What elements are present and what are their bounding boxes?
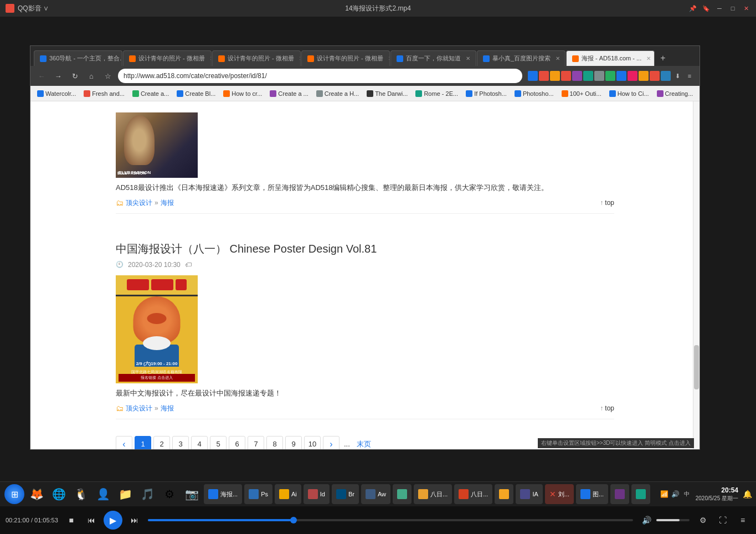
bookmark-creating[interactable]: Creating... [655, 89, 696, 98]
system-clock[interactable]: 20:54 2020/5/25 星期一 [696, 486, 738, 503]
page-btn-8[interactable]: 8 [266, 436, 283, 449]
video-playlist-btn[interactable]: ≡ [735, 512, 750, 528]
taskbar-app-icon6[interactable] [393, 484, 412, 504]
taskbar-app-aw[interactable]: Aw [361, 484, 390, 504]
bookmark-title-button[interactable]: 🔖 [702, 4, 711, 13]
tab-baidu[interactable]: 百度一下，你就知道 ✕ [390, 50, 476, 66]
bookmark-26[interactable]: 26+? Fra... [698, 89, 700, 98]
top-link-1[interactable]: ↑ top [600, 199, 614, 207]
page-last-link[interactable]: 末页 [354, 439, 373, 449]
extension-icon-8[interactable] [605, 71, 615, 81]
bookmark-photoshop2[interactable]: Photosho... [512, 89, 556, 98]
taskbar-app-folder2[interactable] [495, 484, 513, 504]
page-btn-10[interactable]: 10 [304, 436, 321, 449]
restore-button[interactable]: □ [728, 4, 737, 13]
scroll-thumb[interactable] [694, 345, 699, 389]
pin-button[interactable]: 📌 [688, 4, 697, 13]
video-stop-btn[interactable]: ■ [64, 512, 79, 528]
extension-icon-1[interactable] [528, 71, 538, 81]
new-tab-button[interactable]: + [655, 50, 671, 66]
taskbar-app-haibao[interactable]: 海报... [204, 484, 242, 504]
refresh-button[interactable]: ↻ [68, 69, 81, 83]
page-btn-2[interactable]: 2 [153, 436, 170, 449]
taskbar-qq-icon[interactable]: 🐧 [71, 484, 91, 504]
tag-link-poster2[interactable]: 海报 [161, 404, 174, 413]
video-volume-icon[interactable]: 🔊 [639, 512, 654, 528]
video-progress-bar[interactable] [148, 519, 633, 521]
tab-close-photo3[interactable]: ✕ [388, 55, 390, 61]
video-prev-btn[interactable]: ⏮ [84, 512, 99, 528]
extension-icon-13[interactable] [661, 71, 671, 81]
tab-close-photo2[interactable]: ✕ [299, 55, 301, 61]
extension-icon-9[interactable] [616, 71, 626, 81]
taskbar-app-id[interactable]: Id [304, 484, 330, 504]
tab-close-ad518[interactable]: ✕ [646, 55, 651, 61]
page-btn-7[interactable]: 7 [248, 436, 264, 449]
close-button[interactable]: ✕ [742, 4, 750, 13]
page-prev-btn[interactable]: ‹ [116, 436, 132, 449]
taskbar-browser-icon[interactable]: 🦊 [27, 484, 47, 504]
tab-baotu[interactable]: 暴小真_百度图片搜索 ✕ [477, 50, 565, 66]
tag-link-design2[interactable]: 顶尖设计 [126, 404, 152, 413]
start-button[interactable]: ⊞ [4, 484, 24, 504]
taskbar-app-br[interactable]: Br [332, 484, 359, 504]
tab-ad518[interactable]: 海报 - AD518.com - ... ✕ [566, 50, 655, 66]
settings-icon[interactable]: ≡ [684, 70, 695, 81]
tab-close-baidu[interactable]: ✕ [466, 55, 470, 61]
tag-link-design1[interactable]: 顶尖设计 [126, 198, 152, 208]
video-settings-btn[interactable]: ⚙ [695, 512, 711, 528]
extension-icon-6[interactable] [583, 71, 593, 81]
tab-close-photo1[interactable]: ✕ [210, 55, 212, 61]
bookmark-createbl[interactable]: Create Bl... [174, 89, 218, 98]
download-icon[interactable]: ⬇ [672, 70, 683, 81]
extension-icon-5[interactable] [572, 71, 582, 81]
window-controls[interactable]: 📌 🔖 ─ □ ✕ [688, 4, 750, 13]
page-btn-1[interactable]: 1 [135, 436, 151, 449]
tab-photo3[interactable]: 设计青年的照片 - 微相册 ✕ [301, 50, 390, 66]
taskbar-app-icon14[interactable] [610, 484, 629, 504]
input-icon[interactable]: 中 [682, 490, 691, 499]
video-play-btn[interactable]: ▶ [104, 511, 122, 530]
tab-photo2[interactable]: 设计青年的照片 - 微相册 ✕ [212, 50, 301, 66]
taskbar-qq2-icon[interactable]: 👤 [93, 484, 113, 504]
bookmark-create2[interactable]: Create a ... [268, 89, 310, 98]
video-progress-dot[interactable] [290, 517, 297, 523]
page-btn-6[interactable]: 6 [229, 436, 245, 449]
taskbar-camera-icon[interactable]: 📷 [182, 484, 202, 504]
bookmark-fresh[interactable]: Fresh and... [81, 89, 127, 98]
extension-icon-3[interactable] [550, 71, 560, 81]
taskbar-app-ai[interactable]: Ai [275, 484, 301, 504]
taskbar-music-icon[interactable]: 🎵 [137, 484, 157, 504]
notification-icon[interactable]: 🔔 [743, 490, 752, 499]
taskbar-app-ba2[interactable]: 八日... [454, 484, 492, 504]
bookmark-createh[interactable]: Create a H... [314, 89, 361, 98]
bookmark-create1[interactable]: Create a... [130, 89, 171, 98]
taskbar-folder-icon[interactable]: 📁 [115, 484, 135, 504]
bookmark-rome[interactable]: Rome - 2E... [413, 89, 460, 98]
bookmark-button[interactable]: ☆ [101, 69, 115, 83]
tab-close-baotu[interactable]: ✕ [556, 55, 560, 61]
page-btn-5[interactable]: 5 [210, 436, 227, 449]
taskbar-app-photo[interactable]: 图... [576, 484, 608, 504]
back-button[interactable]: ← [35, 69, 48, 83]
video-next-btn[interactable]: ⏭ [127, 512, 142, 528]
bookmark-photoshop1[interactable]: If Photosh... [464, 89, 509, 98]
forward-button[interactable]: → [52, 69, 65, 83]
home-button[interactable]: ⌂ [85, 69, 98, 83]
page-content[interactable]: ELLE FASHION AD518最设计推出《日本海报速递》系列文章，所呈海报… [30, 101, 700, 449]
bookmark-watercolor[interactable]: Watercolr... [35, 89, 78, 98]
network-icon[interactable]: 📶 [660, 490, 669, 499]
taskbar-app-ia[interactable]: IA [516, 484, 542, 504]
page-next-btn[interactable]: › [323, 436, 340, 449]
page-btn-9[interactable]: 9 [285, 436, 302, 449]
bookmark-howto-ci[interactable]: How to Ci... [607, 89, 651, 98]
page-btn-4[interactable]: 4 [191, 436, 208, 449]
taskbar-settings-icon[interactable]: ⚙ [160, 484, 179, 504]
taskbar-app-ps[interactable]: Ps [244, 484, 272, 504]
top-link-2[interactable]: ↑ top [600, 404, 614, 412]
bookmark-darwin[interactable]: The Darwi... [364, 89, 410, 98]
volume-bar[interactable] [656, 519, 690, 521]
page-btn-3[interactable]: 3 [172, 436, 189, 449]
bookmark-100[interactable]: 100+ Outi... [559, 89, 604, 98]
extension-icon-12[interactable] [650, 71, 660, 81]
